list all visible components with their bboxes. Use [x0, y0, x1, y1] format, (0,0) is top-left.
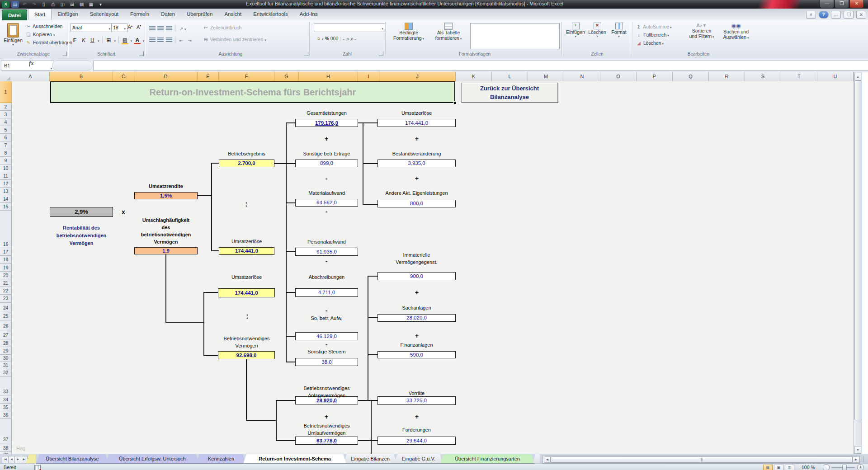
zoom-slider-handle[interactable]: [842, 465, 847, 470]
column-header-K[interactable]: K: [456, 72, 492, 82]
page-layout-view-icon[interactable]: ▣: [774, 465, 783, 470]
shrink-font-button[interactable]: A▾: [137, 24, 141, 30]
row-header-32[interactable]: 32: [0, 369, 12, 376]
name-box[interactable]: B1 ▾: [1, 61, 54, 70]
find-select-button[interactable]: ◉◉ Suchen und Auswählen ▾: [720, 23, 752, 40]
personalaufwand-value[interactable]: 61.935,0: [295, 248, 358, 256]
wrap-text-button[interactable]: ↩ Zeilenumbruch: [203, 25, 241, 30]
ribbon-tab-daten[interactable]: Daten: [155, 9, 181, 19]
row-header-24[interactable]: 24: [0, 304, 12, 312]
sheet-tab[interactable]: Übersicht Erfolgsw. Untersuch: [106, 454, 199, 464]
column-header-O[interactable]: O: [600, 72, 637, 82]
align-center-icon[interactable]: [157, 38, 164, 42]
column-header-E[interactable]: E: [198, 72, 219, 82]
help-icon[interactable]: ?: [819, 11, 829, 19]
row-header-25[interactable]: 25: [0, 312, 12, 320]
insert-function-icon[interactable]: fx: [29, 60, 34, 67]
collapse-ribbon-icon[interactable]: ˄: [806, 11, 816, 19]
fill-button[interactable]: ↓ Füllbereich ▾: [636, 32, 669, 38]
conditional-formatting-button[interactable]: Bedingte Formatierung ▾: [390, 23, 428, 41]
row-header-17[interactable]: 17: [0, 248, 12, 256]
workbook-close-icon[interactable]: ✕: [856, 11, 866, 19]
horizontal-scroll-thumb[interactable]: [551, 456, 853, 463]
align-bottom-icon[interactable]: [166, 26, 172, 30]
row-header-34[interactable]: 34: [0, 396, 12, 404]
row-header-12[interactable]: 12: [0, 180, 12, 188]
sheet-tab[interactable]: Übersicht Bilanzanalyse: [36, 454, 108, 464]
minimize-button[interactable]: —: [820, 0, 834, 8]
row-header-7[interactable]: 7: [0, 141, 12, 149]
font-name-select[interactable]: Arial▾: [71, 24, 112, 32]
row-header-5[interactable]: 5: [0, 126, 12, 134]
vertical-scrollbar[interactable]: ▲ ▼: [854, 72, 862, 455]
column-header-J[interactable]: J: [379, 72, 456, 82]
column-header-N[interactable]: N: [564, 72, 600, 82]
row-header-20[interactable]: 20: [0, 272, 12, 279]
back-to-overview-button[interactable]: Zurück zur Übersicht Bilanzanalyse: [461, 83, 558, 103]
fill-color-dropdown-icon[interactable]: ▾: [130, 39, 132, 42]
row-header-31[interactable]: 31: [0, 362, 12, 369]
font-color-button[interactable]: A: [134, 36, 141, 44]
alignment-dialog-launcher[interactable]: [304, 52, 308, 56]
fill-color-button[interactable]: ▨: [122, 36, 128, 44]
underline-button[interactable]: U: [89, 37, 96, 43]
insert-cells-dropdown-icon[interactable]: ▾: [565, 35, 586, 38]
horizontal-scrollbar[interactable]: ◀ ▶: [542, 456, 860, 464]
format-painter-button[interactable]: ✎ Format übertragen: [25, 40, 72, 47]
format-as-table-button[interactable]: Als Tabelle formatieren ▾: [429, 23, 467, 41]
copy-button[interactable]: ❏ Kopieren ▾: [25, 32, 55, 39]
align-right-icon[interactable]: [166, 38, 172, 42]
page-break-view-icon[interactable]: ◫: [785, 465, 794, 470]
sonstige-ertraege-value[interactable]: 899,0: [295, 160, 358, 167]
ribbon-tab-überprüfen[interactable]: Überprüfen: [181, 9, 219, 19]
row-header-30[interactable]: 30: [0, 355, 12, 362]
row-header-22[interactable]: 22: [0, 287, 12, 295]
number-dialog-launcher[interactable]: [379, 52, 383, 56]
row-header-19[interactable]: 19: [0, 264, 12, 272]
immaterielle-value[interactable]: 900,0: [377, 272, 456, 280]
first-sheet-icon[interactable]: |◀: [2, 456, 9, 463]
ribbon-tab-entwicklertools[interactable]: Entwicklertools: [247, 9, 294, 19]
insert-cells-button[interactable]: + Einfügen ▾: [565, 23, 586, 38]
font-dialog-launcher[interactable]: [139, 52, 144, 56]
scroll-right-icon[interactable]: ▶: [853, 456, 859, 463]
italic-button[interactable]: K: [80, 37, 87, 43]
gesamtleistungen-value[interactable]: 179.176,0: [295, 119, 358, 127]
selection-fill-handle[interactable]: [453, 101, 457, 104]
workbook-minimize-icon[interactable]: —: [831, 11, 841, 19]
sonstige-aufwendungen-value[interactable]: 46.129,0: [295, 332, 358, 340]
sachanlagen-value[interactable]: 28.020,0: [377, 314, 456, 322]
sheet-title-cell[interactable]: Return-on-Investment-Schema fürs Bericht…: [50, 81, 455, 103]
row-header-15[interactable]: 15: [0, 203, 12, 211]
decrease-decimal-icon[interactable]: ,0→: [350, 37, 357, 41]
macro-record-icon[interactable]: [34, 465, 41, 470]
file-tab[interactable]: Datei: [2, 9, 27, 21]
align-top-icon[interactable]: [149, 26, 156, 30]
zoom-out-icon[interactable]: −: [823, 464, 830, 470]
orientation-icon[interactable]: ↗: [178, 26, 184, 31]
zoom-in-icon[interactable]: +: [857, 464, 864, 470]
column-header-P[interactable]: P: [637, 72, 673, 82]
sheet-tab[interactable]: Eingabe Bilanzen: [344, 454, 397, 464]
column-header-D[interactable]: D: [134, 72, 198, 82]
betriebsergebnis-value[interactable]: 2.700,0: [219, 160, 274, 167]
column-header-H[interactable]: H: [299, 72, 358, 82]
umlaufvermoegen-value[interactable]: 63.778,0: [295, 437, 358, 445]
vertical-scroll-thumb[interactable]: [854, 80, 861, 420]
scroll-down-icon[interactable]: ▼: [854, 446, 861, 454]
font-size-select[interactable]: 18▾: [111, 24, 127, 32]
column-header-M[interactable]: M: [528, 72, 564, 82]
decrease-indent-icon[interactable]: ⇤: [178, 38, 184, 43]
borders-dropdown-icon[interactable]: ▾: [114, 39, 116, 42]
column-header-A[interactable]: A: [11, 72, 50, 82]
scroll-up-icon[interactable]: ▲: [854, 73, 861, 80]
maximize-button[interactable]: ❐: [835, 0, 849, 8]
autosum-button[interactable]: Σ AutoSumme ▾: [636, 24, 672, 29]
bestandsveraenderung-value[interactable]: 3.935,0: [377, 160, 456, 167]
row-header-13[interactable]: 13: [0, 188, 12, 195]
increase-decimal-icon[interactable]: ←,0: [342, 37, 349, 41]
merge-center-button[interactable]: ⊟ Verbinden und zentrieren ▾: [203, 37, 266, 42]
forderungen-value[interactable]: 29.644,0: [377, 437, 456, 445]
sonstige-steuern-value[interactable]: 38,0: [295, 358, 358, 366]
ribbon-tab-formeln[interactable]: Formeln: [124, 9, 155, 19]
